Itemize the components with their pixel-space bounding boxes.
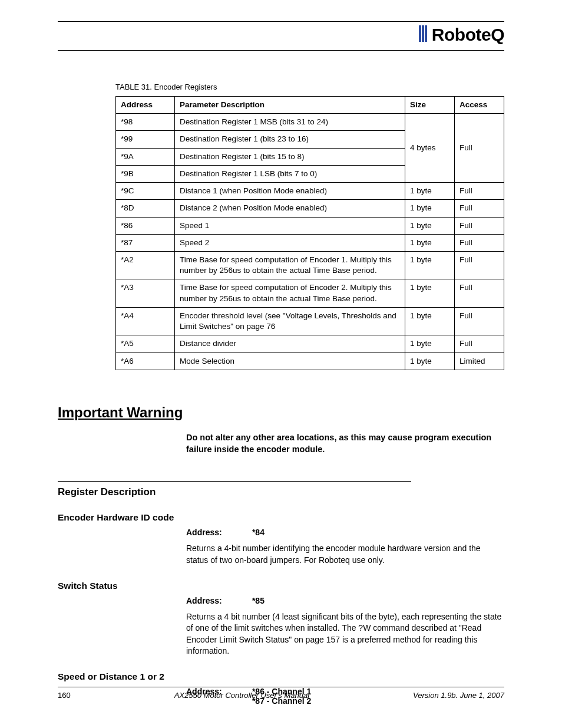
address-value: *84 <box>252 528 265 537</box>
section-heading: Register Description <box>58 486 504 498</box>
table-row: *8D Distance 2 (when Position Mode enabl… <box>116 200 504 217</box>
cell-addr: *9A <box>116 148 175 165</box>
cell-addr: *99 <box>116 131 175 148</box>
cell-addr: *87 <box>116 234 175 251</box>
cell-addr: *A6 <box>116 353 175 370</box>
table-row: *98 Destination Register 1 MSB (bits 31 … <box>116 114 504 131</box>
cell-desc: Time Base for speed computation of Encod… <box>175 279 405 307</box>
cell-desc: Distance 2 (when Position Mode enabled) <box>175 200 405 217</box>
warning-body: Do not alter any other area locations, a… <box>186 431 498 456</box>
cell-access: Limited <box>455 353 504 370</box>
register-description: Returns a 4 bit number (4 least signific… <box>186 611 504 657</box>
table-row: *A5 Distance divider 1 byte Full <box>116 335 504 353</box>
subsection-heading: Encoder Hardware ID code <box>58 512 504 523</box>
table-row: *A3 Time Base for speed computation of E… <box>116 279 504 307</box>
table-row: *A6 Mode Selection 1 byte Limited <box>116 353 504 370</box>
register-description: Returns a 4-bit number identifying the e… <box>186 543 504 566</box>
cell-addr: *A3 <box>116 279 175 307</box>
cell-access: Full <box>455 200 504 217</box>
logo-bars-icon <box>419 25 428 44</box>
table-caption-title: Encoder Registers <box>154 83 217 91</box>
cell-addr: *A4 <box>116 307 175 335</box>
cell-desc: Mode Selection <box>175 353 405 370</box>
footer-rule <box>58 687 504 687</box>
brand-logo: RoboteQ <box>419 25 504 45</box>
cell-size: 1 byte <box>405 200 455 217</box>
page: RoboteQ TABLE 31. Encoder Registers Addr… <box>0 0 562 728</box>
encoder-registers-table: Address Parameter Description Size Acces… <box>115 96 504 370</box>
cell-size: 1 byte <box>405 307 455 335</box>
cell-access: Full <box>455 234 504 251</box>
table-row: *86 Speed 1 1 byte Full <box>116 217 504 234</box>
page-number: 160 <box>58 691 71 700</box>
footer-row: 160 AX2550 Motor Controller User's Manua… <box>58 691 504 700</box>
table-row: *A2 Time Base for speed computation of E… <box>116 251 504 279</box>
cell-desc: Destination Register 1 MSB (bits 31 to 2… <box>175 114 405 131</box>
cell-size: 1 byte <box>405 217 455 234</box>
cell-size: 1 byte <box>405 335 455 353</box>
cell-addr: *A2 <box>116 251 175 279</box>
address-row: Address: *85 <box>186 596 504 605</box>
cell-access: Full <box>455 183 504 200</box>
subsection-heading: Speed or Distance 1 or 2 <box>58 671 504 682</box>
cell-addr: *9C <box>116 183 175 200</box>
cell-size: 1 byte <box>405 279 455 307</box>
cell-addr: *8D <box>116 200 175 217</box>
address-label: Address: <box>186 596 250 605</box>
page-footer: 160 AX2550 Motor Controller User's Manua… <box>58 687 504 700</box>
cell-addr: *A5 <box>116 335 175 353</box>
cell-desc: Time Base for speed computation of Encod… <box>175 251 405 279</box>
cell-access: Full <box>455 335 504 353</box>
header-rule <box>58 50 504 51</box>
table-header-row: Address Parameter Description Size Acces… <box>116 97 504 114</box>
cell-desc: Destination Register 1 (bits 23 to 16) <box>175 131 405 148</box>
warning-heading: Important Warning <box>58 404 504 421</box>
address-label: Address: <box>186 528 250 537</box>
th-desc: Parameter Description <box>175 97 405 114</box>
cell-access: Full <box>455 114 504 183</box>
top-rule <box>58 21 504 22</box>
table-row: *9C Distance 1 (when Position Mode enabl… <box>116 183 504 200</box>
cell-access: Full <box>455 279 504 307</box>
th-access: Access <box>455 97 504 114</box>
cell-addr: *9B <box>116 165 175 182</box>
table-caption-label: TABLE 31. <box>115 83 152 91</box>
address-row: Address: *84 <box>186 528 504 537</box>
section-rule <box>58 481 411 482</box>
cell-size: 1 byte <box>405 234 455 251</box>
table-caption: TABLE 31. Encoder Registers <box>115 83 504 91</box>
cell-size: 1 byte <box>405 251 455 279</box>
cell-desc: Speed 2 <box>175 234 405 251</box>
version-info: Version 1.9b. June 1, 2007 <box>413 691 504 700</box>
table-row: *A4 Encoder threshold level (see "Voltag… <box>116 307 504 335</box>
th-address: Address <box>116 97 175 114</box>
cell-size: 1 byte <box>405 353 455 370</box>
cell-access: Full <box>455 251 504 279</box>
address-value: *85 <box>252 596 265 605</box>
content-area: TABLE 31. Encoder Registers Address Para… <box>115 83 504 706</box>
subsection-heading: Switch Status <box>58 581 504 591</box>
table-row: *87 Speed 2 1 byte Full <box>116 234 504 251</box>
th-size: Size <box>405 97 455 114</box>
cell-desc: Distance 1 (when Position Mode enabled) <box>175 183 405 200</box>
cell-desc: Distance divider <box>175 335 405 353</box>
cell-desc: Destination Register 1 LSB (bits 7 to 0) <box>175 165 405 182</box>
cell-access: Full <box>455 307 504 335</box>
manual-title: AX2550 Motor Controller User's Manual <box>174 691 309 700</box>
cell-addr: *86 <box>116 217 175 234</box>
brand-name: RoboteQ <box>432 25 504 45</box>
cell-addr: *98 <box>116 114 175 131</box>
cell-size: 1 byte <box>405 183 455 200</box>
cell-size: 4 bytes <box>405 114 455 183</box>
cell-access: Full <box>455 217 504 234</box>
cell-desc: Encoder threshold level (see "Voltage Le… <box>175 307 405 335</box>
cell-desc: Destination Register 1 (bits 15 to 8) <box>175 148 405 165</box>
cell-desc: Speed 1 <box>175 217 405 234</box>
